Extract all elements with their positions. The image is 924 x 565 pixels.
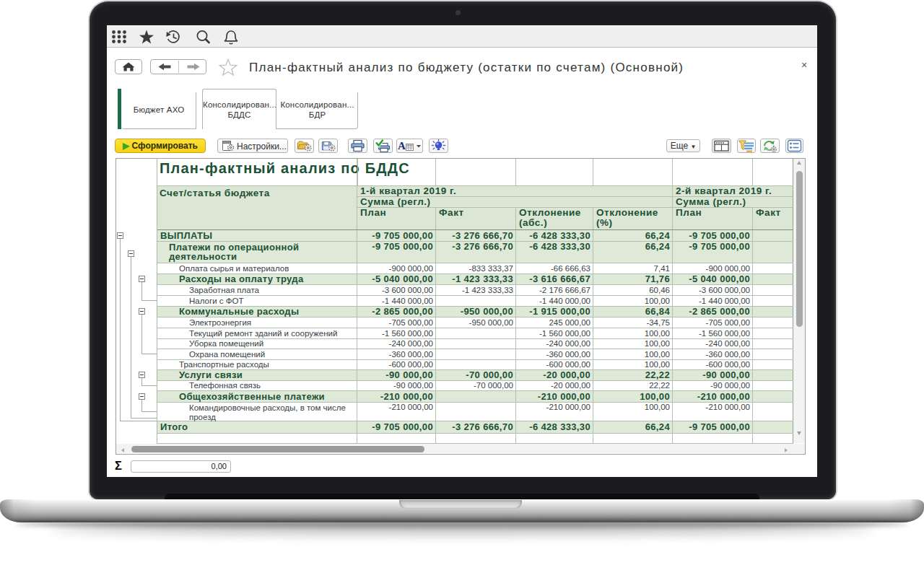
svg-text:A: A bbox=[398, 140, 406, 152]
